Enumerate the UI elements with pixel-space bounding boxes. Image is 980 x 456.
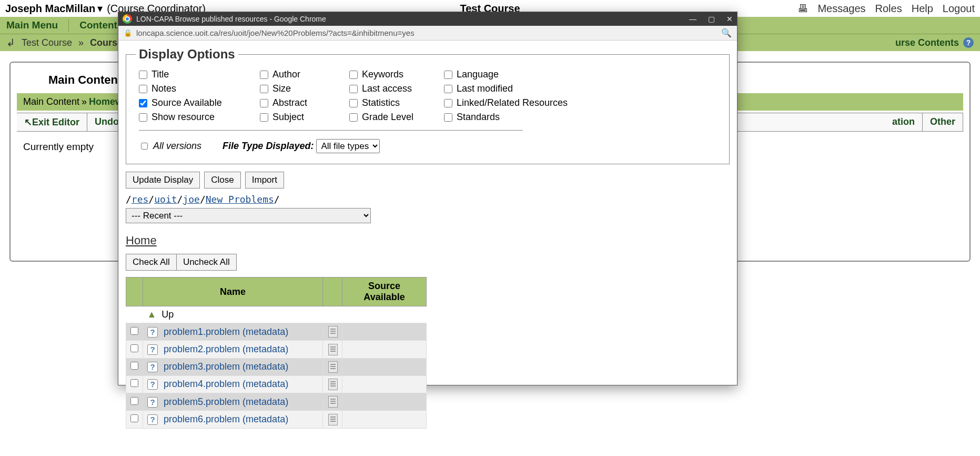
popup-titlebar[interactable]: LON-CAPA Browse published resources - Go… (118, 12, 737, 26)
menu-main[interactable]: Main Menu (6, 19, 58, 31)
row-checkbox[interactable] (130, 397, 138, 405)
metadata-link[interactable]: (metadata) (243, 396, 288, 407)
checkbox-grade-level[interactable] (349, 113, 358, 122)
document-icon[interactable] (328, 326, 338, 338)
checkbox-author[interactable] (260, 71, 268, 79)
document-icon[interactable] (328, 344, 338, 355)
maximize-icon[interactable]: ▢ (708, 15, 715, 23)
up-label[interactable]: Up (161, 309, 174, 320)
option-show-resource[interactable]: Show resource (139, 112, 244, 123)
metadata-link[interactable]: (metadata) (243, 361, 288, 372)
path-joe[interactable]: joe (183, 194, 200, 205)
help-icon[interactable]: ? (963, 37, 974, 48)
checkbox-title[interactable] (139, 71, 147, 79)
filetype-select[interactable]: All file types (316, 139, 380, 153)
file-link[interactable]: problem6.problem (164, 414, 243, 424)
option-statistics[interactable]: Statistics (349, 97, 428, 108)
checkbox-standards[interactable] (444, 113, 452, 122)
link-roles[interactable]: Roles (875, 3, 902, 15)
back-arrow-icon[interactable]: ↲ (6, 36, 15, 49)
checkbox-size[interactable] (260, 85, 268, 93)
row-checkbox[interactable] (130, 414, 138, 422)
sub-bc-main[interactable]: Main Content (23, 96, 79, 107)
file-link[interactable]: problem4.problem (164, 379, 243, 389)
file-link[interactable]: problem3.problem (164, 361, 243, 372)
option-notes[interactable]: Notes (139, 83, 244, 94)
checkbox-abstract[interactable] (260, 99, 268, 107)
document-icon[interactable] (328, 396, 338, 408)
update-display-button[interactable]: Update Display (126, 172, 200, 189)
option-source-available[interactable]: Source Available (139, 97, 244, 108)
tb-exit-editor[interactable]: ↖Exit Editor (17, 113, 87, 131)
url-text[interactable]: loncapa.science.uoit.ca/res/uoit/joe/New… (136, 28, 415, 37)
option-last-modified[interactable]: Last modified (444, 83, 581, 94)
checkbox-notes[interactable] (139, 85, 147, 93)
checkbox-keywords[interactable] (349, 71, 358, 79)
row-checkbox[interactable] (130, 379, 138, 387)
checkbox-statistics[interactable] (349, 99, 358, 107)
bc-sep: » (78, 37, 84, 48)
close-icon[interactable]: ✕ (726, 15, 733, 23)
checkbox-subject[interactable] (260, 113, 268, 122)
path-newproblems[interactable]: New Problems (206, 194, 274, 205)
file-link[interactable]: problem1.problem (164, 326, 243, 337)
zoom-icon[interactable]: 🔍 (721, 28, 732, 38)
minimize-icon[interactable]: — (689, 15, 696, 23)
path-uoit[interactable]: uoit (154, 194, 177, 205)
metadata-link[interactable]: (metadata) (243, 414, 288, 424)
uncheck-all-button[interactable]: Uncheck All (177, 254, 236, 270)
all-versions-option[interactable]: All versions (141, 141, 201, 152)
bc-test-course[interactable]: Test Course (22, 37, 72, 48)
option-size[interactable]: Size (260, 83, 334, 94)
link-logout[interactable]: Logout (943, 3, 975, 15)
option-author[interactable]: Author (260, 69, 334, 80)
option-last-access[interactable]: Last access (349, 83, 428, 94)
home-link[interactable]: Home (126, 234, 157, 247)
bc-right-label[interactable]: urse Contents (895, 37, 959, 48)
checkbox-language[interactable] (444, 71, 452, 79)
tb-other[interactable]: Other (923, 113, 963, 131)
link-help[interactable]: Help (912, 3, 933, 15)
menu-contents[interactable]: Contents (79, 19, 123, 31)
metadata-link[interactable]: (metadata) (243, 379, 288, 389)
document-icon[interactable] (328, 379, 338, 390)
source-cell (342, 375, 427, 393)
link-messages[interactable]: Messages (817, 3, 865, 15)
check-all-button[interactable]: Check All (126, 254, 177, 270)
import-button[interactable]: Import (245, 172, 284, 189)
all-versions-checkbox[interactable] (141, 143, 148, 150)
option-subject[interactable]: Subject (260, 112, 334, 123)
option-linked-related-resources[interactable]: Linked/Related Resources (444, 97, 581, 108)
row-checkbox[interactable] (130, 362, 138, 370)
option-label: Standards (457, 112, 500, 123)
option-standards[interactable]: Standards (444, 112, 581, 123)
printer-icon[interactable]: 🖶 (797, 3, 808, 15)
user-name[interactable]: Joseph MacMillan (5, 3, 95, 15)
row-checkbox[interactable] (130, 344, 138, 352)
option-abstract[interactable]: Abstract (260, 97, 334, 108)
row-checkbox[interactable] (130, 327, 138, 335)
document-icon[interactable] (328, 361, 338, 373)
files-table: Name Source Available ▲ Up ? problem1.pr… (126, 277, 427, 429)
checkbox-last-access[interactable] (349, 85, 358, 93)
option-title[interactable]: Title (139, 69, 244, 80)
up-row[interactable]: ▲ Up (126, 306, 427, 323)
user-dropdown-icon[interactable]: ▾ (97, 2, 103, 15)
tb-ation[interactable]: ation (885, 113, 923, 131)
checkbox-show-resource[interactable] (139, 113, 147, 122)
close-button[interactable]: Close (204, 172, 240, 189)
file-link[interactable]: problem2.problem (164, 344, 243, 354)
checkbox-last-modified[interactable] (444, 85, 452, 93)
path-res[interactable]: res (132, 194, 149, 205)
option-keywords[interactable]: Keywords (349, 69, 428, 80)
option-grade-level[interactable]: Grade Level (349, 112, 428, 123)
checkbox-source-available[interactable] (139, 99, 147, 107)
option-language[interactable]: Language (444, 69, 581, 80)
document-icon[interactable] (328, 414, 338, 425)
checkbox-linked-related-resources[interactable] (444, 99, 452, 107)
metadata-link[interactable]: (metadata) (243, 326, 288, 337)
lock-icon[interactable]: 🔒 (124, 29, 132, 37)
file-link[interactable]: problem5.problem (164, 396, 243, 407)
recent-select[interactable]: --- Recent --- (126, 208, 371, 223)
metadata-link[interactable]: (metadata) (243, 344, 288, 354)
